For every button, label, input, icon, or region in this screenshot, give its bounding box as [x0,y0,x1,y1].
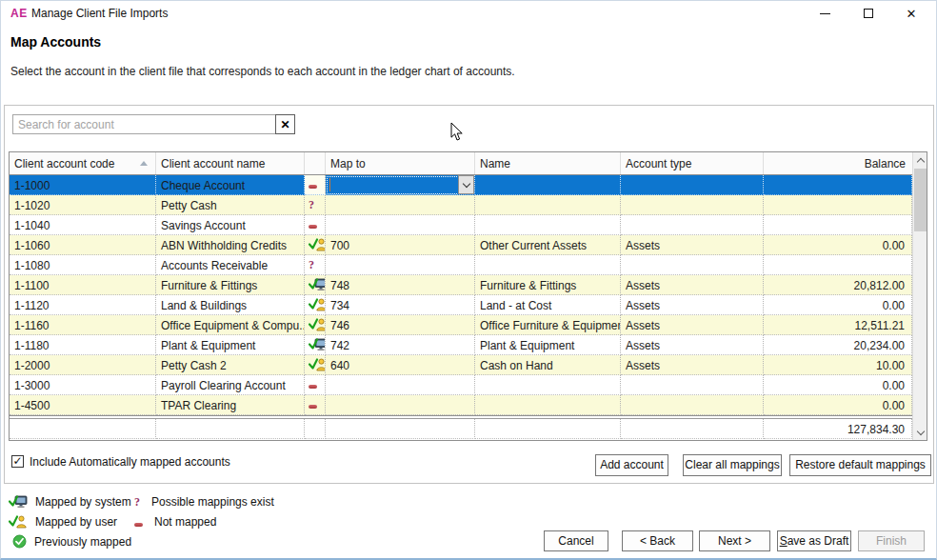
cell-balance: 20,812.00 [764,275,912,295]
cell-client-account-name[interactable]: Furniture & Fittings [156,275,305,295]
cell-map-to[interactable]: 748 [326,275,475,295]
back-button[interactable]: < Back [622,530,693,551]
table-row[interactable]: 1-1180Plant & Equipment742Plant & Equipm… [10,335,912,355]
cell-map-to[interactable]: 700 [326,235,475,255]
table-row[interactable]: 1-4500TPAR Clearing0.00 [10,395,912,415]
legend-not-mapped: Not mapped [134,515,216,529]
search-input[interactable] [12,114,276,134]
scroll-up-button[interactable] [913,152,927,168]
column-header-label: Map to [330,157,366,170]
cell-ledger-name [475,255,621,275]
table-row[interactable]: 1-1060ABN Withholding Credits700Other Cu… [10,235,912,255]
sort-ascending-icon [140,161,148,166]
add-account-button[interactable]: Add account [595,454,668,476]
cell-client-account-name[interactable]: Savings Account [156,215,305,235]
next-button[interactable]: Next > [699,530,770,551]
map-to-combobox[interactable] [326,175,474,194]
cell-client-account-code[interactable]: 1-1180 [10,335,156,355]
cell-balance: 10.00 [764,355,912,375]
cell-client-account-code[interactable]: 1-1040 [10,215,156,235]
cell-map-to[interactable] [326,395,475,415]
cell-map-to[interactable]: 746 [326,315,475,335]
maximize-button[interactable] [854,4,883,23]
legend-label: Possible mappings exist [151,495,274,509]
cell-client-account-code[interactable]: 1-3000 [10,375,156,395]
scroll-down-button[interactable] [913,425,927,440]
column-header-status[interactable] [305,152,326,174]
cell-map-to[interactable] [326,195,475,215]
cell-client-account-name[interactable]: ABN Withholding Credits [156,235,305,255]
combo-dropdown-button[interactable] [458,175,474,194]
close-button[interactable]: ✕ [897,4,926,23]
mapped-by-user-icon [309,358,326,371]
table-row[interactable]: 1-2000Petty Cash 2640Cash on HandAssets1… [10,355,912,375]
minimize-button[interactable] [810,4,839,23]
cell-mapping-status [305,355,326,375]
cell-client-account-name[interactable]: Plant & Equipment [156,335,305,355]
chevron-down-icon [462,179,469,187]
cell-client-account-code[interactable]: 1-1020 [10,195,156,215]
table-row[interactable]: 1-1160Office Equipment & Compu...746Offi… [10,315,912,335]
cell-map-to[interactable] [326,255,475,275]
window-title: Manage Client File Imports [31,7,168,20]
cell-map-to[interactable]: 640 [326,355,475,375]
cell-client-account-name[interactable]: TPAR Clearing [156,395,305,415]
clear-all-mappings-button[interactable]: Clear all mappings [683,454,782,476]
cell-map-to[interactable] [326,175,475,195]
cell-mapping-status [305,175,326,195]
cell-client-account-name[interactable]: Accounts Receivable [156,255,305,275]
column-header-name[interactable]: Name [475,152,621,174]
cell-client-account-name[interactable]: Land & Buildings [156,295,305,315]
search-clear-button[interactable]: ✕ [275,114,295,134]
cell-client-account-name[interactable]: Office Equipment & Compu... [156,315,305,335]
cell-client-account-code[interactable]: 1-2000 [10,355,156,375]
vertical-scrollbar[interactable] [912,152,927,440]
table-row[interactable]: 1-1120Land & Buildings734Land - at CostA… [10,295,912,315]
cell-client-account-code[interactable]: 1-1160 [10,315,156,335]
cell-map-to[interactable] [326,375,475,395]
column-header-client-account-code[interactable]: Client account code [10,152,156,174]
save-as-draft-button[interactable]: Save as Draft [777,530,851,551]
cell-client-account-name[interactable]: Cheque Account [156,175,305,195]
finish-button[interactable]: Finish [858,530,925,551]
cell-mapping-status [305,375,326,395]
cell-map-to[interactable]: 734 [326,295,475,315]
cell-ledger-name: Furniture & Fittings [475,275,621,295]
column-header-balance[interactable]: Balance [764,152,912,174]
cell-account-type: Assets [621,235,764,255]
table-row[interactable]: 1-1040Savings Account [10,215,912,235]
cell-client-account-name[interactable]: Petty Cash [156,195,305,215]
cell-client-account-name[interactable]: Payroll Clearing Account [156,375,305,395]
cell-client-account-code[interactable]: 1-1120 [10,295,156,315]
legend-mapped-by-system: Mapped by system [9,495,131,509]
cell-client-account-code[interactable]: 1-1080 [10,255,156,275]
cell-client-account-code[interactable]: 1-1000 [10,175,156,195]
column-header-label: Balance [865,157,906,170]
cell-ledger-name: Office Furniture & Equipment [475,315,621,335]
mapped-by-user-icon [309,238,326,251]
title-bar: AE Manage Client File Imports ✕ [1,1,936,26]
table-row[interactable]: 1-3000Payroll Clearing Account0.00 [10,375,912,395]
cell-client-account-name[interactable]: Petty Cash 2 [156,355,305,375]
cell-map-to[interactable] [326,215,475,235]
cancel-button[interactable]: Cancel [544,530,608,551]
include-auto-checkbox[interactable]: ✓ [11,455,24,468]
cell-mapping-status [305,295,326,315]
cell-client-account-code[interactable]: 1-4500 [10,395,156,415]
legend-label: Not mapped [154,515,216,529]
table-row[interactable]: 1-1080Accounts Receivable? [10,255,912,275]
minimize-icon [820,13,830,14]
restore-default-mappings-button[interactable]: Restore default mappings [789,454,931,476]
manage-client-file-imports-dialog: AE Manage Client File Imports ✕ Map Acco… [0,0,937,560]
column-header-client-account-name[interactable]: Client account name [156,152,305,174]
cell-client-account-code[interactable]: 1-1060 [10,235,156,255]
scrollbar-thumb[interactable] [914,169,927,231]
cell-account-type: Assets [621,295,764,315]
column-header-account-type[interactable]: Account type [621,152,764,174]
cell-client-account-code[interactable]: 1-1100 [10,275,156,295]
column-header-map-to[interactable]: Map to [326,152,475,174]
table-row[interactable]: 1-1020Petty Cash? [10,195,912,215]
table-row[interactable]: 1-1100Furniture & Fittings748Furniture &… [10,275,912,295]
cell-map-to[interactable]: 742 [326,335,475,355]
table-row[interactable]: 1-1000Cheque Account [10,175,912,195]
